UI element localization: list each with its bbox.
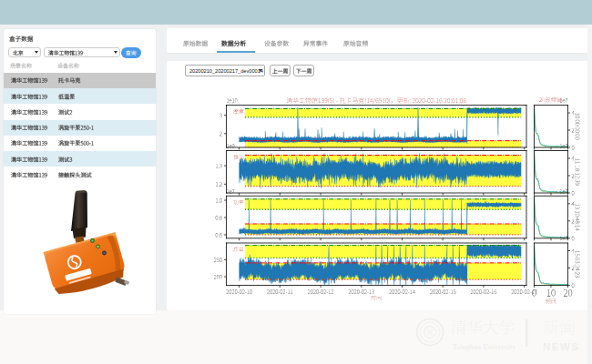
- svg-text:NEWS: NEWS: [543, 341, 580, 352]
- svg-text:Tsinghua University: Tsinghua University: [453, 344, 515, 351]
